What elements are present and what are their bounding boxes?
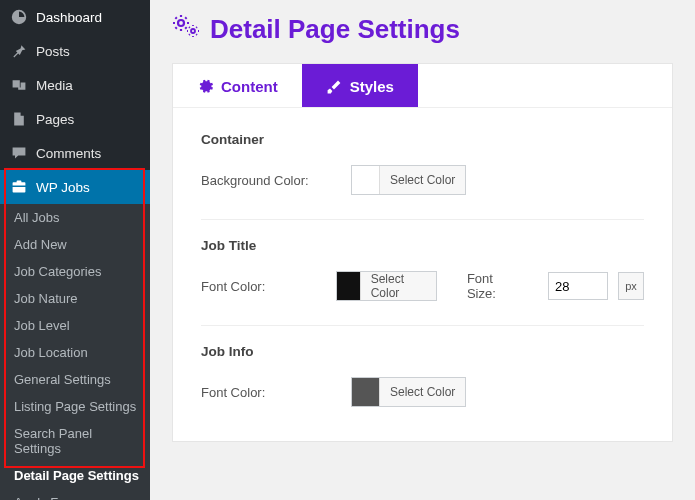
menu-label: Pages bbox=[36, 112, 74, 127]
sub-item-search-panel-settings[interactable]: Search Panel Settings bbox=[0, 420, 150, 462]
font-size-input[interactable] bbox=[548, 272, 608, 300]
select-color-button[interactable]: Select Color bbox=[380, 378, 465, 406]
sub-item-job-nature[interactable]: Job Nature bbox=[0, 285, 150, 312]
bg-color-picker[interactable]: Select Color bbox=[351, 165, 466, 195]
sub-item-listing-page-settings[interactable]: Listing Page Settings bbox=[0, 393, 150, 420]
sidebar-submenu: All Jobs Add New Job Categories Job Natu… bbox=[0, 204, 150, 489]
menu-label: Posts bbox=[36, 44, 70, 59]
sub-item-detail-page-settings[interactable]: Detail Page Settings bbox=[0, 462, 150, 489]
sub-item-job-categories[interactable]: Job Categories bbox=[0, 258, 150, 285]
section-title: Container bbox=[201, 132, 644, 147]
admin-sidebar: Dashboard Posts Media Pages Comments bbox=[0, 0, 150, 500]
select-color-button[interactable]: Select Color bbox=[380, 166, 465, 194]
sub-item-all-jobs[interactable]: All Jobs bbox=[0, 204, 150, 231]
svg-point-0 bbox=[178, 20, 184, 26]
menu-label: Comments bbox=[36, 146, 101, 161]
tab-label: Styles bbox=[350, 78, 394, 95]
sidebar-item-posts[interactable]: Posts bbox=[0, 34, 150, 68]
section-title: Job Info bbox=[201, 344, 644, 359]
page-title-text: Detail Page Settings bbox=[210, 14, 460, 45]
unit-label: px bbox=[618, 272, 644, 300]
menu-label: Media bbox=[36, 78, 73, 93]
menu-label: WP Jobs bbox=[36, 180, 90, 195]
sub-item-apply-form[interactable]: Apply Form bbox=[0, 489, 150, 500]
gears-icon bbox=[172, 14, 200, 45]
brush-icon bbox=[326, 79, 342, 95]
sidebar-item-wp-jobs[interactable]: WP Jobs bbox=[0, 170, 150, 204]
bg-color-label: Background Color: bbox=[201, 173, 321, 188]
font-color-label: Font Color: bbox=[201, 385, 321, 400]
color-swatch bbox=[352, 378, 380, 406]
color-swatch bbox=[352, 166, 380, 194]
sub-item-add-new[interactable]: Add New bbox=[0, 231, 150, 258]
svg-point-1 bbox=[191, 29, 195, 33]
section-title: Job Title bbox=[201, 238, 644, 253]
dashboard-icon bbox=[10, 8, 28, 26]
briefcase-icon bbox=[10, 178, 28, 196]
font-color-picker[interactable]: Select Color bbox=[351, 377, 466, 407]
page-icon bbox=[10, 110, 28, 128]
sidebar-item-media[interactable]: Media bbox=[0, 68, 150, 102]
font-color-picker[interactable]: Select Color bbox=[336, 271, 437, 301]
sub-item-job-level[interactable]: Job Level bbox=[0, 312, 150, 339]
color-swatch bbox=[337, 272, 361, 300]
media-icon bbox=[10, 76, 28, 94]
sidebar-item-pages[interactable]: Pages bbox=[0, 102, 150, 136]
sub-item-general-settings[interactable]: General Settings bbox=[0, 366, 150, 393]
tab-content[interactable]: Content bbox=[173, 64, 302, 107]
section-container: Container Background Color: Select Color bbox=[201, 114, 644, 220]
sidebar-item-comments[interactable]: Comments bbox=[0, 136, 150, 170]
page-title: Detail Page Settings bbox=[172, 14, 673, 45]
menu-label: Dashboard bbox=[36, 10, 102, 25]
tabs-card: Content Styles Container Background Colo… bbox=[172, 63, 673, 442]
sidebar-item-dashboard[interactable]: Dashboard bbox=[0, 0, 150, 34]
font-size-group: px bbox=[548, 272, 644, 300]
sub-item-job-location[interactable]: Job Location bbox=[0, 339, 150, 366]
comment-icon bbox=[10, 144, 28, 162]
main-content: Detail Page Settings Content Styles bbox=[150, 0, 695, 500]
font-size-label: Font Size: bbox=[467, 271, 518, 301]
section-job-title: Job Title Font Color: Select Color Font … bbox=[201, 220, 644, 326]
gear-icon bbox=[197, 79, 213, 95]
font-color-label: Font Color: bbox=[201, 279, 306, 294]
styles-panel: Container Background Color: Select Color… bbox=[173, 108, 672, 441]
pin-icon bbox=[10, 42, 28, 60]
tab-styles[interactable]: Styles bbox=[302, 64, 418, 107]
tabs: Content Styles bbox=[173, 64, 672, 108]
section-job-info: Job Info Font Color: Select Color bbox=[201, 326, 644, 431]
tab-label: Content bbox=[221, 78, 278, 95]
select-color-button[interactable]: Select Color bbox=[361, 272, 436, 300]
